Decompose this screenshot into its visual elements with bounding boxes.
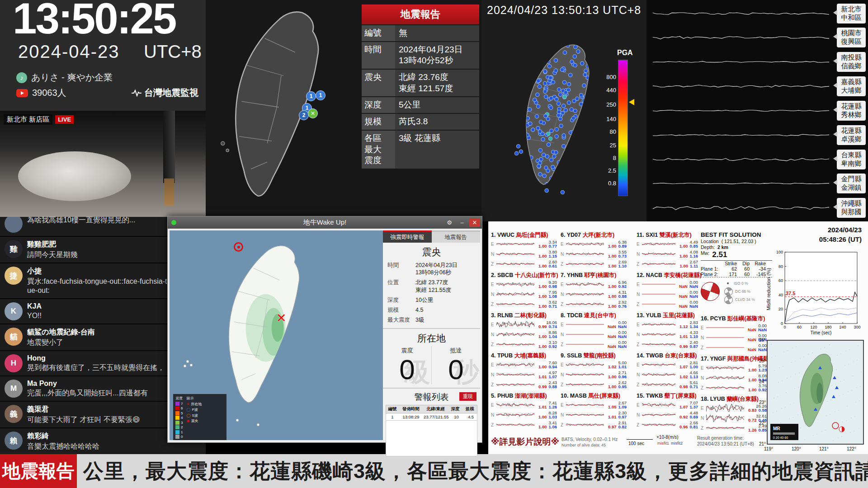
brand-title: 台灣地震監視 [144, 87, 198, 99]
channel-row: Z0.00NaNNaN [701, 343, 772, 352]
fm-result-label: Result generation time: [697, 436, 744, 441]
waveform-icon [132, 89, 142, 97]
alert-list-box[interactable] [386, 421, 477, 456]
channel-row: E4.491.000.85 [637, 239, 698, 249]
replay-button[interactable]: 重現 [459, 392, 476, 401]
avatar: H [5, 354, 23, 372]
svg-text:60: 60 [797, 325, 802, 329]
station-block: 1. VWUC 烏坵(金門縣)E3.341.000.77N3.801.001.1… [491, 231, 558, 272]
svg-text:0 20 40 60: 0 20 40 60 [773, 436, 788, 439]
channel-row: Z2.660.960.81 [637, 420, 698, 430]
arrival-label: 抵達 [432, 347, 480, 355]
svg-text:40: 40 [778, 293, 783, 297]
alert-row[interactable]: 113:08:2923.77/121.55104.5 [386, 413, 477, 421]
channel-row: E0.00NaNNaN [637, 279, 698, 289]
legend-icon-item: ◉震央 [186, 418, 202, 423]
map-lat-label: 22° [757, 421, 766, 426]
moment-tensor-panel: 1. VWUC 烏坵(金門縣)E3.341.000.77N3.801.001.1… [488, 221, 868, 454]
fm-generated-time: 2024/04/23 05:48:26 (UT) [819, 225, 862, 244]
legend-level: 0 [175, 435, 183, 439]
channel-row: N4.311.000.88 [561, 289, 634, 299]
legend-level: 7 [175, 402, 183, 406]
epicenter-map-panel: 1112✕ 地震報告 編號無時間2024年04月23日 13時40分52秒震央北… [206, 0, 481, 221]
channel-row: Z3.411.001.06 [491, 420, 558, 430]
intensity-label: 震度 [383, 347, 431, 355]
station-block: 2. SBCB 十八尖山(新竹市)E9.201.000.98N7.951.001… [491, 272, 558, 312]
legend-icon-item: ◯P波 [186, 407, 202, 412]
report-row: 震央北緯 23.76度 東經 121.57度 [362, 69, 479, 96]
channel-row: Z0.00NaNNaN [561, 339, 634, 349]
quake-intensity-marker: 1 [306, 91, 316, 101]
tab-report[interactable]: 地震報告 [432, 230, 481, 243]
map-lat-label: 24° [757, 379, 766, 384]
channel-row: E9.201.000.98 [491, 279, 558, 289]
station-block: 7. YHNB 耶亨(桃園市)E6.961.000.92N4.311.000.8… [561, 272, 634, 312]
bf-mw-value: 2.51 [712, 250, 727, 259]
channel-row: Z2.921.000.76 [561, 299, 634, 309]
channel-row: E2.831.121.34 [637, 319, 698, 329]
seismo-station-label: 嘉義縣 大埔鄉 [837, 76, 866, 96]
plane-row: Plane 1:6260-34 [701, 266, 772, 272]
pga-scale-label: 800 [597, 74, 616, 80]
pga-scale-title: PGA [617, 49, 633, 57]
channel-row: E7.601.000.94 [491, 360, 558, 370]
channel-row: N4.480.920.69 [637, 410, 698, 420]
pga-scale-label: 80 [597, 128, 616, 135]
pga-scale-label: 250 [597, 101, 616, 108]
channel-row: E2.671.051.09 [561, 400, 634, 410]
svg-text:37.5: 37.5 [786, 291, 795, 296]
pga-scale-label: 0.8 [597, 180, 616, 187]
clock-date: 2024-04-23 [18, 42, 120, 62]
svg-text:100: 100 [776, 250, 783, 254]
report-row: 各區 最大 震度3級 花蓮縣 [362, 130, 479, 169]
pga-scale-label: 2.5 [597, 167, 616, 174]
report-row: 編號無 [362, 24, 479, 41]
channel-row: Z3.101.000.92 [491, 339, 558, 349]
chat-text: 完蛋,,,外面的鳥又開始狂叫...四邊都有 [27, 389, 180, 398]
channel-row: N4.661.021.13 [637, 370, 698, 380]
chat-username: Hong [27, 354, 180, 362]
seismo-station-label: 南投縣 信義鄉 [837, 52, 866, 72]
svg-text:Time (sec): Time (sec) [811, 330, 832, 335]
svg-text:60: 60 [778, 278, 783, 283]
quake-intensity-marker: 2 [299, 110, 309, 120]
location-section-title: 所在地 [383, 332, 480, 345]
seismo-station-label: 台東縣 卑南鄉 [837, 150, 866, 169]
report-row-label: 震央 [362, 70, 395, 96]
channel-row: Z5.610.980.71 [637, 380, 698, 389]
window-titlebar[interactable]: 地牛Wake Up! ⚙ – ✕ [168, 216, 482, 229]
channel-row: Z2.691.001.10 [561, 259, 634, 269]
webcam-label: 新北市 新店區 LIVE [4, 114, 74, 125]
best-fit-title: BEST FIT SOLUTION [701, 231, 772, 238]
channel-row: N4.971.011.07 [491, 370, 558, 380]
bf-location-label: Location [701, 239, 719, 244]
channel-row: N4.081.001.16 [637, 249, 698, 259]
mt-component: DC 66 % [724, 287, 755, 296]
seismo-station-label: 花蓮縣 卓溪鄉 [837, 125, 866, 145]
ticker-label: 地震報告 [0, 454, 77, 488]
channel-row: N3.801.001.15 [491, 249, 558, 259]
channel-row: E18.060.990.74 [491, 319, 558, 329]
station-block: 5. PHUB 澎湖(澎湖縣)E7.411.011.26N8.281.001.0… [491, 392, 558, 432]
channel-row: E7.411.011.26 [491, 400, 558, 410]
misfit-plot: Misfit reduction (%) 1008060402000601201… [769, 249, 862, 340]
tab-eew[interactable]: 強震即時警報 [383, 230, 432, 243]
window-title: 地牛Wake Up! [168, 218, 482, 227]
channel-row: E2.811.071.00 [637, 360, 698, 370]
pga-marker-triangle [629, 99, 634, 105]
channel-row: Z3.621.000.71 [491, 299, 558, 309]
legend-level: 3 [175, 421, 183, 425]
now-playing: ありさ - 爽やか企業 [31, 71, 113, 84]
misfit-ylabel: Misfit reduction (%) [766, 230, 771, 348]
map-lat-label: 21° [757, 441, 766, 446]
report-row-value: 無 [395, 25, 479, 41]
fm-meta-alive: Number of alive data: 45 [561, 443, 606, 447]
result-map: MR0 20 40 60 26°25°24°23°22°21° 119°120°… [767, 340, 864, 446]
station-block: 13. YULB 玉里(花蓮縣)E2.831.121.34N4.331.011.… [637, 312, 698, 352]
epicenter-field: 最大震度3級 [383, 315, 480, 325]
channel-row: Z2.671.001.11 [637, 259, 698, 269]
chat-username: 小捷 [27, 267, 180, 276]
station-block: 15. TWKB 墾丁(屏東縣)E7.071.071.37N4.480.920.… [637, 392, 698, 432]
svg-text:0: 0 [783, 325, 786, 329]
taiwan-map-dark [211, 5, 351, 217]
